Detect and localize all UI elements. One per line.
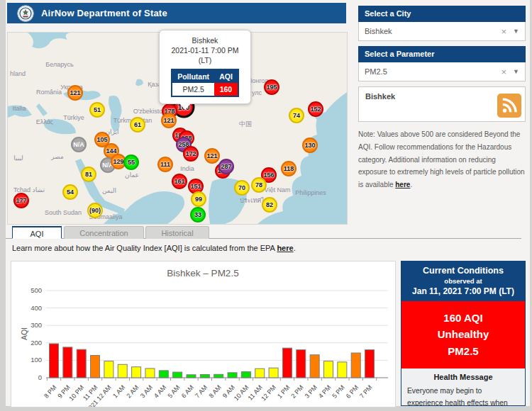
x-tick-label: 1 AM <box>111 384 126 400</box>
chart-bar[interactable] <box>187 375 196 378</box>
chart-bar[interactable] <box>200 375 209 378</box>
x-tick-label: 10 PM <box>67 384 85 402</box>
chart-bar[interactable] <box>118 364 127 378</box>
map-marker[interactable]: 61 <box>130 117 145 133</box>
map-marker[interactable]: 82 <box>262 197 277 213</box>
map-marker[interactable]: N/A <box>71 137 87 152</box>
chart-bar[interactable] <box>63 347 72 378</box>
x-tick-label: 8 AM <box>208 384 223 400</box>
map-marker[interactable]: 121 <box>67 85 83 101</box>
chart-bar[interactable] <box>338 362 347 378</box>
popup-datetime: 2021-01-11 7:00 PM <box>160 45 250 55</box>
chart-bar[interactable] <box>324 361 333 378</box>
chart-bar[interactable] <box>132 367 141 378</box>
map-marker[interactable]: 99 <box>191 191 206 207</box>
chart-bar[interactable] <box>228 373 237 378</box>
map-marker[interactable]: 51 <box>89 102 105 118</box>
chart-title: Bishkek – PM2.5 <box>167 268 238 278</box>
map-marker[interactable]: 55 <box>123 154 139 170</box>
y-tick-label: 0 <box>38 373 42 381</box>
x-tick-label: 4 PM <box>317 384 332 400</box>
chevron-down-icon[interactable]: ▼ <box>513 68 519 75</box>
note-text: Note: Values above 500 are considered Be… <box>358 128 526 191</box>
chart-bar[interactable] <box>214 374 223 378</box>
chart-bar[interactable] <box>159 371 168 378</box>
learn-more-text: Learn more about how the Air Quality Ind… <box>12 244 296 252</box>
chart-bar[interactable] <box>365 350 375 378</box>
y-tick-label: 100 <box>31 356 42 364</box>
clear-icon[interactable]: × <box>501 67 506 77</box>
chart-bar[interactable] <box>91 356 100 378</box>
map-marker[interactable]: 130 <box>302 137 318 153</box>
chart-bar[interactable] <box>173 372 182 378</box>
aqi-bar-chart: 01002003004005008 PM9 PM10 PM11 PMJan 11… <box>11 261 395 407</box>
note-body: Note: Values above 500 are considered Be… <box>358 130 525 188</box>
observation-datetime: Jan 11, 2021 7:00 PM (LT) <box>403 286 523 296</box>
clear-icon[interactable]: × <box>501 26 506 37</box>
x-tick-label: 5 PM <box>331 384 345 400</box>
tab-aqi[interactable]: AQI <box>12 226 62 239</box>
map-marker[interactable]: 121 <box>204 148 220 164</box>
tab-historical[interactable]: Historical <box>145 226 209 239</box>
map-marker[interactable]: 152 <box>308 101 323 117</box>
health-message-body: Everyone may begin to experience health … <box>407 385 519 406</box>
x-tick-label: 6 AM <box>180 384 195 400</box>
x-tick-label: 12 PM <box>260 384 277 402</box>
chart-bar[interactable] <box>50 344 59 378</box>
map-marker[interactable]: 172 <box>183 146 199 162</box>
x-tick-label: 2 AM <box>125 384 140 400</box>
map-marker[interactable]: 33 <box>190 207 206 223</box>
chart-bar[interactable] <box>297 350 306 378</box>
x-tick-label: 3 AM <box>139 384 154 400</box>
map-marker[interactable]: (90) <box>87 203 103 218</box>
current-conditions-title: Current Conditions <box>403 266 523 276</box>
parameter-select[interactable]: PM2.5 × ▼ <box>358 62 526 81</box>
health-message-section: Health Message Everyone may begin to exp… <box>401 368 525 406</box>
chart-bar[interactable] <box>241 372 250 378</box>
chart-bar[interactable] <box>351 353 360 378</box>
aqi-value: 160 AQI <box>401 310 525 326</box>
x-tick-label: 8 PM <box>43 384 57 400</box>
map-marker[interactable]: 78 <box>251 177 267 193</box>
app-header: AirNow Department of State <box>7 3 346 23</box>
chart-bar[interactable] <box>310 355 319 378</box>
map-marker[interactable]: 81 <box>81 167 96 182</box>
learn-more-period: . <box>294 244 296 252</box>
map-marker[interactable]: 161 <box>172 174 187 189</box>
tab-concentration[interactable]: Concentration <box>64 226 144 239</box>
note-here-link[interactable]: here <box>395 181 410 188</box>
aqi-chart: 01002003004005008 PM9 PM10 PM11 PMJan 11… <box>11 261 396 407</box>
x-tick-label: 2 PM <box>289 384 304 400</box>
rss-city-label: Bishkek <box>365 92 395 101</box>
x-tick-label: 5 AM <box>166 384 181 400</box>
map-marker[interactable]: 287 <box>218 159 234 174</box>
map-marker[interactable]: 121 <box>161 113 177 128</box>
chevron-down-icon[interactable]: ▼ <box>513 28 519 35</box>
map-marker[interactable]: 177 <box>13 193 29 208</box>
learn-more-link[interactable]: here <box>277 244 293 252</box>
chart-bar[interactable] <box>77 349 86 378</box>
map-marker[interactable]: 54 <box>62 184 78 200</box>
chart-bar[interactable] <box>145 368 155 378</box>
map-marker[interactable]: 70 <box>234 180 250 196</box>
city-select[interactable]: Bishkek × ▼ <box>358 22 526 41</box>
popup-aqi-value: 160 <box>214 83 238 96</box>
popup-col-pollutant: Pollutant <box>172 69 214 83</box>
popup-city: Bishkek <box>160 35 250 45</box>
map-marker[interactable]: 118 <box>281 161 297 176</box>
map-marker[interactable]: 111 <box>157 157 173 172</box>
rss-feed-box: Bishkek <box>358 86 526 122</box>
rss-icon[interactable] <box>497 94 521 118</box>
x-tick-label: 1 PM <box>276 384 291 400</box>
x-tick-label: 3 PM <box>304 384 318 400</box>
map-marker[interactable]: 74 <box>289 108 304 123</box>
chart-bar[interactable] <box>104 361 113 378</box>
chart-bar[interactable] <box>255 368 265 378</box>
map-marker[interactable]: 195 <box>264 79 279 95</box>
y-tick-label: 500 <box>31 286 42 294</box>
parameter-select-label: Select a Parameter <box>358 46 526 62</box>
aqi-pollutant: PM2.5 <box>401 343 525 359</box>
chart-bar[interactable] <box>282 348 292 378</box>
chart-bar[interactable] <box>269 368 278 378</box>
y-axis-label: AQI <box>20 327 28 340</box>
